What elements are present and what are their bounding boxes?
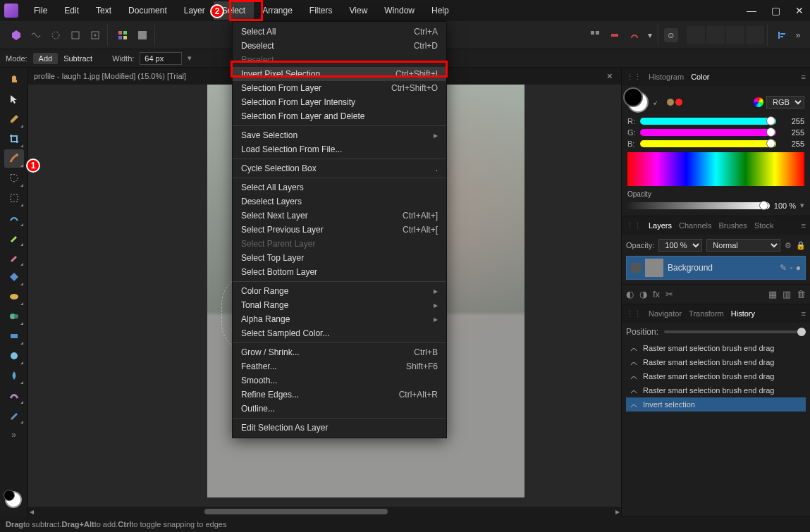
group-icon[interactable]: ▥ (783, 289, 791, 299)
layer-edit-icon[interactable]: ✎ (780, 263, 787, 273)
tool-inpaint-icon[interactable] (4, 327, 24, 345)
btn-snap-dropdown[interactable]: ▾ (645, 26, 655, 44)
layer-link-icon[interactable]: ◦ (790, 263, 792, 273)
menu-text[interactable]: Text (87, 1, 120, 20)
history-item[interactable]: Raster smart selection brush end drag (626, 341, 806, 355)
menu-help[interactable]: Help (423, 1, 458, 20)
delete-layer-icon[interactable]: 🗑 (797, 289, 806, 299)
tab-color[interactable]: Color (691, 73, 709, 81)
r-slider[interactable] (640, 118, 776, 125)
menu-layer[interactable]: Layer (176, 1, 214, 20)
menu-item-deselect[interactable]: DeselectCtrl+D (233, 39, 446, 53)
tool-color-picker-icon[interactable] (4, 110, 24, 128)
menu-window[interactable]: Window (376, 1, 423, 20)
btn-align-left-icon[interactable] (773, 26, 792, 44)
tool-more-icon[interactable]: » (4, 426, 24, 444)
recent-colors[interactable] (667, 99, 682, 106)
lock-icon[interactable]: 🔒 (796, 241, 806, 250)
adjust-icon[interactable]: ◑ (639, 289, 647, 299)
menu-item-grow-shrink-[interactable]: Grow / Shrink...Ctrl+B (233, 345, 446, 359)
tool-smudge-icon[interactable] (4, 386, 24, 404)
width-dropdown-icon[interactable]: ▾ (188, 54, 192, 63)
tab-layers[interactable]: Layers (649, 221, 672, 230)
tool-fill-icon[interactable] (4, 268, 24, 286)
maximize-button[interactable]: ▢ (769, 5, 782, 16)
tool-crop-icon[interactable] (4, 130, 24, 148)
tool-clone-icon[interactable] (4, 307, 24, 326)
menu-filters[interactable]: Filters (301, 1, 341, 20)
panel-drag-icon[interactable]: ⋮⋮ (626, 221, 642, 230)
history-item[interactable]: Raster smart selection brush end drag (626, 383, 806, 397)
tool-blur-icon[interactable] (4, 366, 24, 385)
persona-develop-icon[interactable] (47, 26, 65, 44)
tab-brushes[interactable]: Brushes (719, 221, 747, 230)
account-icon[interactable]: ☺ (664, 28, 678, 42)
persona-tone-icon[interactable] (66, 26, 85, 44)
panel-drag-icon[interactable]: ⋮⋮ (626, 73, 642, 82)
btn-align1[interactable] (687, 26, 705, 44)
menu-item-tonal-range[interactable]: Tonal Range▸ (233, 298, 446, 312)
panel-menu-icon[interactable]: ≡ (802, 221, 806, 230)
layer-lock-icon[interactable]: ● (796, 263, 801, 273)
color-well[interactable] (627, 92, 649, 113)
document-tab-close-icon[interactable]: × (607, 70, 613, 82)
layer-opacity-select[interactable]: 100 % (658, 239, 702, 252)
menu-item-color-range[interactable]: Color Range▸ (233, 284, 446, 298)
menu-document[interactable]: Document (120, 1, 176, 20)
history-item[interactable]: Raster smart selection brush end drag (626, 369, 806, 383)
menu-item-selection-from-layer-intensity[interactable]: Selection From Layer Intensity (233, 95, 446, 109)
menu-item-outline-[interactable]: Outline... (233, 402, 446, 416)
menu-item-invert-pixel-selection[interactable]: Invert Pixel SelectionCtrl+Shift+I (233, 67, 446, 81)
menu-view[interactable]: View (341, 1, 376, 20)
swap-colors-icon[interactable] (653, 97, 663, 107)
tool-paint-brush-icon[interactable] (4, 228, 24, 247)
crop-layer-icon[interactable]: ✂ (665, 289, 673, 299)
tab-stock[interactable]: Stock (754, 221, 774, 230)
menu-item-alpha-range[interactable]: Alpha Range▸ (233, 312, 446, 326)
menu-item-refine-edges-[interactable]: Refine Edges...Ctrl+Alt+R (233, 388, 446, 402)
menu-item-select-top-layer[interactable]: Select Top Layer (233, 251, 446, 265)
menu-item-select-next-layer[interactable]: Select Next LayerCtrl+Alt+] (233, 209, 446, 223)
menu-item-feather-[interactable]: Feather...Shift+F6 (233, 359, 446, 373)
mask-icon[interactable]: ◐ (626, 289, 634, 299)
btn-more-icon[interactable]: » (793, 26, 803, 44)
menu-item-select-previous-layer[interactable]: Select Previous LayerCtrl+Alt+[ (233, 223, 446, 237)
add-layer-icon[interactable]: ▦ (768, 289, 777, 299)
menu-item-smooth-[interactable]: Smooth... (233, 373, 446, 388)
history-item[interactable]: Raster smart selection brush end drag (626, 355, 806, 369)
opacity-dropdown-icon[interactable]: ▾ (800, 201, 804, 210)
color-wheel-icon[interactable] (754, 97, 763, 107)
opacity-slider[interactable] (627, 202, 770, 209)
tool-marquee-icon[interactable] (4, 189, 24, 207)
menu-item-save-selection[interactable]: Save Selection▸ (233, 128, 446, 142)
panel-menu-icon[interactable]: ≡ (802, 73, 806, 81)
color-mode-select[interactable]: RGB (766, 96, 804, 109)
tab-histogram[interactable]: Histogram (649, 73, 684, 81)
g-slider[interactable] (640, 129, 776, 136)
history-item[interactable]: Invert selection (626, 397, 806, 412)
persona-liquify-icon[interactable] (27, 26, 45, 44)
tool-hand-icon[interactable] (4, 70, 24, 89)
menu-item-selection-from-layer[interactable]: Selection From LayerCtrl+Shift+O (233, 81, 446, 95)
menu-arrange[interactable]: Arrange (254, 1, 301, 20)
menu-item-select-sampled-color-[interactable]: Select Sampled Color... (233, 326, 446, 340)
panel-drag-icon[interactable]: ⋮⋮ (626, 309, 642, 318)
btn-align2[interactable] (706, 26, 725, 44)
gear-icon[interactable]: ⚙ (785, 241, 792, 250)
menu-item-select-bottom-layer[interactable]: Select Bottom Layer (233, 265, 446, 279)
minimize-button[interactable]: — (745, 5, 758, 16)
horizontal-scrollbar[interactable]: ◂ ▸ (28, 507, 621, 516)
fx-icon[interactable]: fx (653, 289, 660, 299)
hue-picker[interactable] (627, 152, 804, 186)
b-slider[interactable] (640, 140, 776, 147)
tool-selection-brush-icon[interactable] (4, 149, 24, 168)
mode-add-button[interactable]: Add (33, 53, 59, 64)
tool-erase-icon[interactable] (4, 248, 24, 266)
tab-navigator[interactable]: Navigator (649, 309, 682, 318)
menu-item-edit-selection-as-layer[interactable]: Edit Selection As Layer (233, 421, 446, 435)
btn-snap-icon[interactable] (625, 26, 644, 44)
tab-transform[interactable]: Transform (689, 309, 724, 318)
width-input[interactable] (140, 52, 182, 65)
tab-channels[interactable]: Channels (679, 221, 711, 230)
layer-row[interactable]: Background ✎ ◦ ● (626, 256, 806, 280)
